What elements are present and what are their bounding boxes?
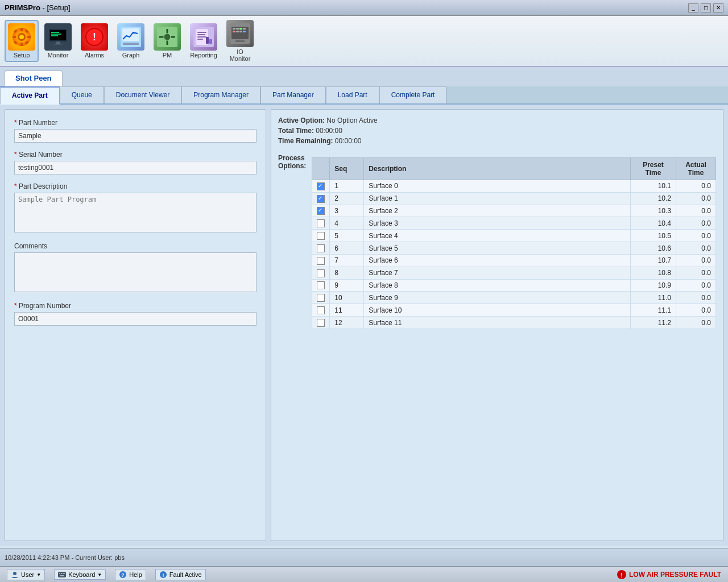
- active-option-value: No Option Active: [326, 117, 377, 124]
- row-actual-time: 0.0: [676, 217, 716, 230]
- svg-rect-6: [13, 36, 16, 38]
- row-seq: 11: [330, 304, 364, 317]
- svg-rect-40: [236, 28, 239, 30]
- row-preset-time: 10.3: [631, 205, 676, 217]
- row-checkbox[interactable]: [317, 219, 325, 227]
- row-check-cell: [312, 205, 330, 217]
- keyboard-button[interactable]: Keyboard ▼: [54, 569, 106, 580]
- row-actual-time: 0.0: [676, 279, 716, 292]
- col-seq: Seq: [330, 158, 364, 180]
- fault-active-icon: i: [159, 571, 167, 579]
- toolbar-pm[interactable]: PM: [150, 20, 184, 62]
- svg-point-28: [164, 34, 171, 40]
- table-row: 2Surface 110.20.0: [312, 192, 716, 205]
- row-check-cell: [312, 192, 330, 205]
- part-description-input[interactable]: [14, 193, 257, 232]
- svg-rect-53: [64, 573, 65, 574]
- row-preset-time: 10.7: [631, 254, 676, 267]
- part-number-input[interactable]: [14, 129, 257, 143]
- help-button[interactable]: ? Help: [115, 569, 146, 580]
- toolbar-io-monitor[interactable]: IO Monitor: [223, 16, 257, 65]
- table-row: 5Surface 410.50.0: [312, 230, 716, 242]
- minimize-button[interactable]: _: [688, 3, 698, 13]
- tab-document-viewer[interactable]: Document Viewer: [104, 86, 182, 103]
- row-preset-time: 11.1: [631, 304, 676, 317]
- table-row: 9Surface 810.90.0: [312, 279, 716, 292]
- tab-program-manager[interactable]: Program Manager: [181, 86, 260, 103]
- user-button[interactable]: User ▼: [7, 569, 45, 580]
- help-icon: ?: [119, 571, 127, 579]
- comments-group: Comments: [14, 242, 257, 294]
- row-actual-time: 0.0: [676, 205, 716, 217]
- serial-number-label: * Serial Number: [14, 151, 257, 159]
- svg-text:i: i: [163, 572, 164, 578]
- row-checkbox[interactable]: [317, 269, 325, 277]
- toolbar-setup[interactable]: Setup: [5, 20, 39, 62]
- toolbar-setup-label: Setup: [14, 52, 30, 59]
- toolbar-graph[interactable]: Graph: [114, 20, 148, 62]
- fault-active-button[interactable]: i Fault Active: [155, 569, 206, 580]
- row-seq: 1: [330, 180, 364, 193]
- program-number-group: * Program Number: [14, 302, 257, 326]
- row-description: Surface 7: [364, 267, 631, 279]
- row-check-cell: [312, 317, 330, 329]
- row-checkbox[interactable]: [317, 207, 325, 215]
- row-actual-time: 0.0: [676, 230, 716, 242]
- row-checkbox[interactable]: [317, 244, 325, 252]
- tab-active-part[interactable]: Active Part: [0, 86, 60, 105]
- toolbar-io-label: IO Monitor: [226, 48, 254, 62]
- row-seq: 10: [330, 292, 364, 304]
- col-description: Description: [364, 158, 631, 180]
- toolbar-alarms[interactable]: ! Alarms: [77, 20, 111, 62]
- program-number-input[interactable]: [14, 312, 257, 326]
- row-checkbox[interactable]: [317, 294, 325, 302]
- row-seq: 4: [330, 217, 364, 230]
- svg-point-48: [13, 572, 16, 575]
- time-remaining-value: 00:00:00: [335, 137, 362, 145]
- svg-rect-33: [197, 36, 206, 38]
- table-row: 11Surface 1011.10.0: [312, 304, 716, 317]
- tab-load-part[interactable]: Load Part: [326, 86, 379, 103]
- tab-queue[interactable]: Queue: [60, 86, 104, 103]
- row-preset-time: 10.5: [631, 230, 676, 242]
- content-area: * Part Number * Serial Number * Part Des…: [0, 105, 728, 546]
- tab-complete-part[interactable]: Complete Part: [379, 86, 447, 103]
- row-preset-time: 10.8: [631, 267, 676, 279]
- row-checkbox[interactable]: [317, 257, 325, 265]
- serial-number-input[interactable]: [14, 161, 257, 174]
- row-checkbox[interactable]: [317, 182, 325, 190]
- toolbar-reporting[interactable]: Reporting: [187, 20, 221, 62]
- right-panel: Active Option: No Option Active Total Ti…: [271, 109, 723, 541]
- tab-part-manager[interactable]: Part Manager: [260, 86, 326, 103]
- row-checkbox[interactable]: [317, 281, 325, 289]
- outer-tab-shot-peen[interactable]: Shot Peen: [5, 70, 63, 86]
- row-preset-time: 10.9: [631, 279, 676, 292]
- row-description: Surface 1: [364, 192, 631, 205]
- row-checkbox[interactable]: [317, 195, 325, 203]
- restore-button[interactable]: ◻: [701, 3, 711, 13]
- table-row: 10Surface 911.00.0: [312, 292, 716, 304]
- table-row: 1Surface 010.10.0: [312, 180, 716, 193]
- row-seq: 9: [330, 279, 364, 292]
- row-check-cell: [312, 180, 330, 193]
- close-button[interactable]: ✕: [713, 3, 723, 13]
- time-remaining-label: Time Remaining:: [278, 137, 335, 145]
- comments-input[interactable]: [14, 252, 257, 292]
- svg-rect-43: [233, 31, 235, 32]
- row-checkbox[interactable]: [317, 319, 325, 327]
- row-preset-time: 10.6: [631, 242, 676, 255]
- fault-active-label: Fault Active: [169, 571, 202, 578]
- row-description: Surface 4: [364, 230, 631, 242]
- toolbar-pm-label: PM: [163, 52, 172, 59]
- part-description-group: * Part Description: [14, 182, 257, 234]
- inner-tab-bar: Active Part Queue Document Viewer Progra…: [0, 86, 728, 105]
- row-checkbox[interactable]: [317, 232, 325, 240]
- toolbar-monitor[interactable]: Monitor: [41, 20, 75, 62]
- program-number-label: * Program Number: [14, 302, 257, 310]
- row-description: Surface 0: [364, 180, 631, 193]
- row-check-cell: [312, 242, 330, 255]
- row-checkbox[interactable]: [317, 306, 325, 314]
- row-actual-time: 0.0: [676, 304, 716, 317]
- table-row: 12Surface 1111.20.0: [312, 317, 716, 329]
- row-check-cell: [312, 230, 330, 242]
